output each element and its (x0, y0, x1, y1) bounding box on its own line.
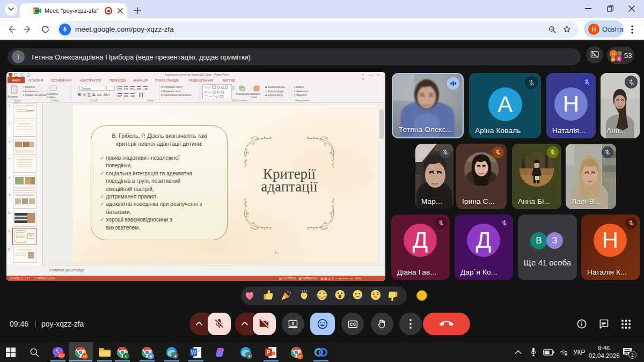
svg-text:P: P (267, 350, 270, 356)
svg-text:W: W (191, 350, 196, 356)
